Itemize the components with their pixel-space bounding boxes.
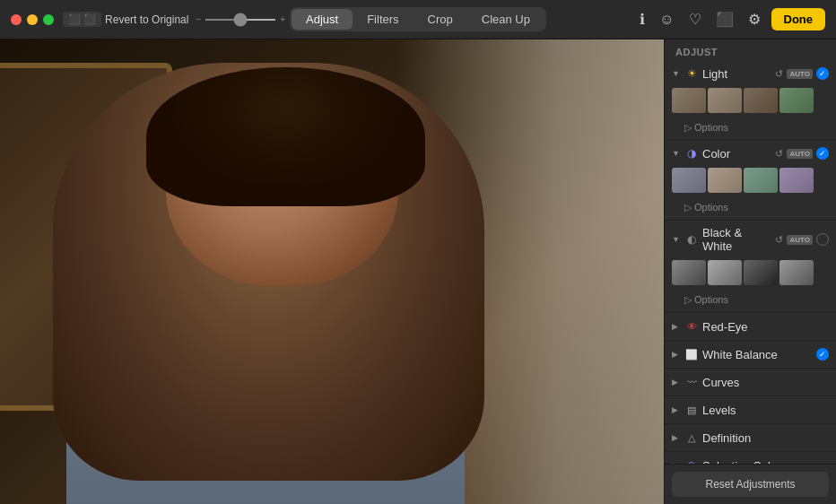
- chevron-down-icon: ▼: [672, 235, 681, 244]
- sun-icon: ☀: [684, 66, 699, 81]
- zoom-slider[interactable]: [205, 19, 276, 21]
- item-definition[interactable]: ▶ △ Definition: [665, 424, 836, 452]
- panel-scroll[interactable]: ▼ ☀ Light ↺ AUTO ✓ ▷ Options: [665, 61, 836, 464]
- chevron-right-icon: ▶: [672, 350, 681, 359]
- emoji-icon[interactable]: ☺: [656, 10, 677, 30]
- color-options-label: ▷ Options: [684, 202, 728, 213]
- light-options-label: ▷ Options: [684, 122, 728, 133]
- chevron-right-icon: ▶: [672, 322, 681, 331]
- bw-icon: ◐: [684, 232, 699, 247]
- chevron-down-icon: ▼: [672, 69, 681, 78]
- right-controls: ℹ ☺ ♡ ⬛ ⚙ Done: [636, 8, 825, 30]
- section-light-header[interactable]: ▼ ☀ Light ↺ AUTO ✓: [665, 61, 836, 86]
- tab-filters[interactable]: Filters: [353, 9, 413, 30]
- color-thumb-strip: [665, 166, 836, 196]
- curves-icon: 〰: [684, 375, 699, 389]
- section-light: ▼ ☀ Light ↺ AUTO ✓ ▷ Options: [665, 61, 836, 141]
- redeye-icon: 👁: [684, 319, 699, 334]
- light-thumb-1[interactable]: [708, 88, 742, 113]
- light-check-icon[interactable]: ✓: [816, 67, 829, 80]
- light-thumb-0[interactable]: [672, 88, 706, 113]
- light-reset-icon[interactable]: ↺: [775, 68, 783, 80]
- color-reset-icon[interactable]: ↺: [775, 148, 783, 160]
- color-thumb-3[interactable]: [779, 168, 814, 193]
- item-definition-title: Definition: [702, 431, 829, 445]
- color-options-row[interactable]: ▷ Options: [665, 196, 836, 220]
- heart-icon[interactable]: ♡: [685, 9, 705, 30]
- section-light-title: Light: [702, 67, 771, 81]
- right-panel: ADJUST ▼ ☀ Light ↺ AUTO ✓: [664, 39, 836, 504]
- whitebalance-icon: ⬜: [684, 347, 699, 361]
- item-curves-title: Curves: [702, 376, 829, 389]
- bw-thumb-0[interactable]: [672, 260, 706, 285]
- bw-thumb-strip: [665, 258, 836, 289]
- photo-area: [0, 39, 664, 504]
- tools-icon[interactable]: ⚙: [745, 9, 764, 30]
- color-thumb-1[interactable]: [708, 168, 742, 193]
- section-color: ▼ ◑ Color ↺ AUTO ✓ ▷ Options: [665, 141, 836, 221]
- reset-adjustments-area: Reset Adjustments: [665, 464, 836, 504]
- zoom-minus-icon: −: [196, 14, 201, 24]
- panel-header: ADJUST: [665, 39, 836, 61]
- nav-tabs: Adjust Filters Crop Clean Up: [290, 7, 546, 31]
- definition-icon: △: [684, 430, 699, 445]
- chevron-right-icon: ▶: [672, 433, 681, 442]
- main-content: ADJUST ▼ ☀ Light ↺ AUTO ✓: [0, 39, 836, 504]
- section-bw-header[interactable]: ▼ ◐ Black & White ↺ AUTO: [665, 221, 836, 258]
- info-icon[interactable]: ℹ: [636, 9, 649, 30]
- color-auto-badge: AUTO: [787, 149, 813, 159]
- item-levels[interactable]: ▶ ▤ Levels: [665, 396, 836, 424]
- chevron-right-icon: ▶: [672, 405, 681, 414]
- light-options-row[interactable]: ▷ Options: [665, 117, 836, 140]
- item-whitebalance-title: White Balance: [702, 348, 813, 361]
- item-curves[interactable]: ▶ 〰 Curves: [665, 369, 836, 396]
- bw-options-label: ▷ Options: [684, 294, 728, 305]
- bw-thumb-3[interactable]: [779, 260, 814, 285]
- bw-thumb-2[interactable]: [744, 260, 778, 285]
- tab-crop[interactable]: Crop: [414, 9, 467, 30]
- zoom-plus-icon: +: [280, 14, 285, 24]
- levels-icon: ▤: [684, 403, 699, 417]
- light-thumb-strip: [665, 86, 836, 117]
- bw-reset-icon[interactable]: ↺: [775, 234, 783, 246]
- item-redeye[interactable]: ▶ 👁 Red-Eye: [665, 313, 836, 341]
- fullscreen-button[interactable]: [43, 14, 54, 25]
- bw-options-row[interactable]: ▷ Options: [665, 289, 836, 312]
- section-color-header[interactable]: ▼ ◑ Color ↺ AUTO ✓: [665, 141, 836, 166]
- light-thumb-3[interactable]: [779, 88, 814, 113]
- item-redeye-title: Red-Eye: [702, 320, 829, 334]
- minimize-button[interactable]: [27, 14, 38, 25]
- done-button[interactable]: Done: [771, 8, 826, 30]
- light-thumb-2[interactable]: [744, 88, 778, 113]
- tab-cleanup[interactable]: Clean Up: [467, 9, 544, 30]
- section-color-title: Color: [702, 147, 771, 161]
- bw-thumb-1[interactable]: [708, 260, 742, 285]
- zoom-slider-area: − +: [196, 14, 285, 24]
- chevron-down-icon: ▼: [672, 149, 681, 158]
- item-whitebalance[interactable]: ▶ ⬜ White Balance ✓: [665, 341, 836, 369]
- revert-button[interactable]: Revert to Original: [105, 13, 188, 26]
- reset-adjustments-button[interactable]: Reset Adjustments: [672, 472, 829, 497]
- color-icon: ◑: [684, 146, 699, 161]
- item-selectivecolor[interactable]: ▶ ⬡ Selective Color: [665, 452, 836, 464]
- whitebalance-check-icon: ✓: [816, 348, 829, 361]
- color-check-icon[interactable]: ✓: [816, 147, 829, 160]
- color-thumb-0[interactable]: [672, 168, 706, 193]
- light-auto-badge: AUTO: [787, 69, 813, 79]
- item-levels-title: Levels: [702, 404, 829, 417]
- close-button[interactable]: [11, 14, 22, 25]
- chevron-right-icon: ▶: [672, 378, 681, 387]
- photo-background: [0, 39, 664, 504]
- window-controls: ⬛ ⬛: [63, 12, 101, 27]
- bw-auto-badge: AUTO: [787, 235, 813, 245]
- color-thumb-2[interactable]: [744, 168, 778, 193]
- photo-hair: [146, 67, 425, 206]
- bw-circle-icon[interactable]: [816, 233, 829, 246]
- share-icon[interactable]: ⬛: [712, 9, 737, 30]
- tab-adjust[interactable]: Adjust: [292, 9, 353, 30]
- sidebar-toggle[interactable]: ⬛ ⬛: [63, 12, 101, 27]
- section-bw-title: Black & White: [702, 226, 771, 253]
- titlebar: ⬛ ⬛ Revert to Original − + Adjust Filter…: [0, 0, 836, 39]
- traffic-lights: [11, 14, 54, 25]
- section-bw: ▼ ◐ Black & White ↺ AUTO ▷ Options: [665, 221, 836, 313]
